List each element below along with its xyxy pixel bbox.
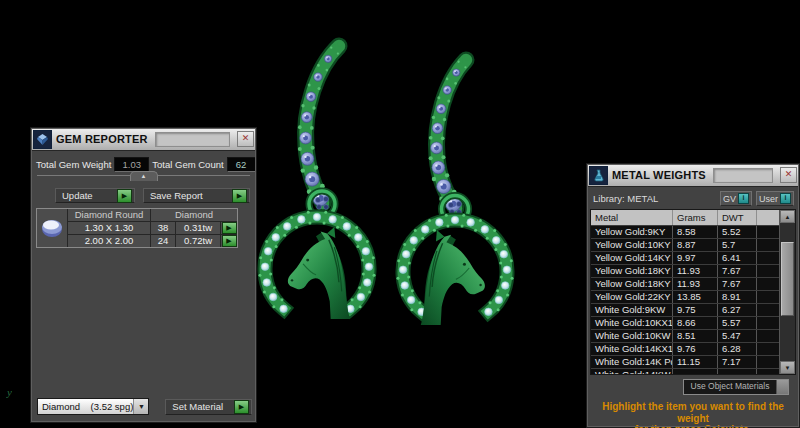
use-object-materials-toggle[interactable] (776, 380, 788, 394)
metal-weights-titlebar[interactable]: METAL WEIGHTS ✕ (587, 164, 799, 187)
titlebar-strip (155, 132, 230, 147)
gem-row-weight: 0.72tw (176, 235, 220, 247)
metal-table-row[interactable]: Yellow Gold:10KY8.875.7 (591, 238, 779, 251)
metal-table-row[interactable]: Yellow Gold:22KY13.858.91 (591, 290, 779, 303)
metal-table-row[interactable]: Yellow Gold:9KY8.585.52 (591, 225, 779, 238)
gem-thumbnail (37, 209, 67, 247)
scroll-down-icon[interactable]: ▼ (780, 361, 795, 374)
total-gem-count-value: 62 (227, 157, 256, 172)
metal-table-row[interactable]: Yellow Gold:14KY9.976.41 (591, 251, 779, 264)
collapse-up-icon[interactable]: ▲ (130, 171, 158, 181)
gv-info-icon[interactable]: i (738, 193, 749, 204)
gem-row-select-cell: ▶ (221, 222, 237, 234)
metal-table: Metal Grams DWT Yellow Gold:9KY8.585.52Y… (590, 209, 796, 375)
metal-table-row[interactable]: White Gold:14KW (591, 368, 779, 374)
earring-left (258, 41, 375, 319)
panel-divider: ▲ (37, 175, 250, 187)
application-window: y GEM REPORTER ✕ Total Gem Weight 1.03 T… (0, 0, 800, 428)
gem-table: Diamond Round Diamond 1.30 X 1.30380.31t… (36, 208, 238, 248)
earring-right (396, 55, 513, 325)
metal-table-row[interactable]: Yellow Gold:18KY Royal11.937.67 (591, 277, 779, 290)
user-button[interactable]: User i (756, 191, 794, 206)
titlebar-strip (713, 168, 773, 183)
instruction-text: Highlight the item you want to find the … (587, 401, 799, 428)
total-gem-weight-label: Total Gem Weight (36, 159, 111, 170)
gem-row-select-icon[interactable]: ▶ (222, 235, 237, 247)
gem-material-header: Diamond (151, 209, 237, 221)
material-dropdown-value: Diamond (3.52 spg) (38, 399, 133, 414)
close-icon[interactable]: ✕ (237, 131, 254, 147)
horse-head-left (288, 227, 350, 319)
metal-table-row[interactable]: White Gold:14KX19.766.28 (591, 342, 779, 355)
gem-row-count: 24 (151, 235, 175, 247)
total-gem-count-label: Total Gem Count (152, 159, 223, 170)
gv-button[interactable]: GV i (720, 191, 752, 206)
metal-weights-title: METAL WEIGHTS (612, 169, 706, 181)
metal-weights-icon (589, 166, 608, 185)
gem-row-size: 1.30 X 1.30 (68, 222, 150, 234)
gem-row-size: 2.00 X 2.00 (68, 235, 150, 247)
total-gem-weight-value: 1.03 (114, 157, 149, 172)
set-material-button[interactable]: Set Material ▶ (165, 399, 252, 415)
gem-reporter-titlebar[interactable]: GEM REPORTER ✕ (31, 128, 256, 151)
chevron-down-icon[interactable]: ▼ (133, 399, 148, 414)
gem-row-weight: 0.31tw (176, 222, 220, 234)
gem-shape-header: Diamond Round (68, 209, 150, 221)
metal-table-row[interactable]: White Gold:9KW9.756.27 (591, 303, 779, 316)
scrollbar-track[interactable] (780, 223, 795, 361)
save-report-go-icon[interactable]: ▶ (232, 189, 247, 203)
set-material-go-icon[interactable]: ▶ (234, 400, 249, 414)
use-object-materials-dropdown[interactable]: Use Object Materials (683, 379, 789, 395)
metal-table-row[interactable]: White Gold:14K PdW11.157.17 (591, 355, 779, 368)
scroll-up-icon[interactable]: ▲ (780, 210, 795, 223)
metal-weights-panel: METAL WEIGHTS ✕ Library: METAL GV i User… (586, 163, 800, 428)
horse-head-right (421, 230, 485, 325)
gem-row-select-icon[interactable]: ▶ (222, 222, 237, 234)
update-go-icon[interactable]: ▶ (117, 189, 132, 203)
metal-table-header: Metal Grams DWT (591, 210, 779, 225)
close-icon[interactable]: ✕ (780, 167, 797, 183)
update-button[interactable]: Update ▶ (55, 188, 135, 203)
viewport-axis-label: y (7, 386, 12, 398)
library-label: Library: METAL (593, 193, 658, 204)
metal-table-row[interactable]: Yellow Gold:18KY11.937.67 (591, 264, 779, 277)
metal-table-row[interactable]: White Gold:10KX18.665.57 (591, 316, 779, 329)
metal-table-scrollbar[interactable]: ▲ ▼ (779, 210, 795, 374)
metal-table-row[interactable]: White Gold:10KW8.515.47 (591, 329, 779, 342)
save-report-button[interactable]: Save Report ▶ (143, 188, 250, 203)
material-dropdown[interactable]: Diamond (3.52 spg) ▼ (37, 398, 149, 415)
gem-row-select-cell: ▶ (221, 235, 237, 247)
gem-reporter-panel: GEM REPORTER ✕ Total Gem Weight 1.03 Tot… (30, 127, 257, 423)
gem-row-count: 38 (151, 222, 175, 234)
user-info-icon[interactable]: i (780, 193, 791, 204)
gem-reporter-icon (33, 130, 52, 149)
gem-reporter-title: GEM REPORTER (56, 133, 148, 145)
scrollbar-thumb[interactable] (781, 242, 794, 316)
